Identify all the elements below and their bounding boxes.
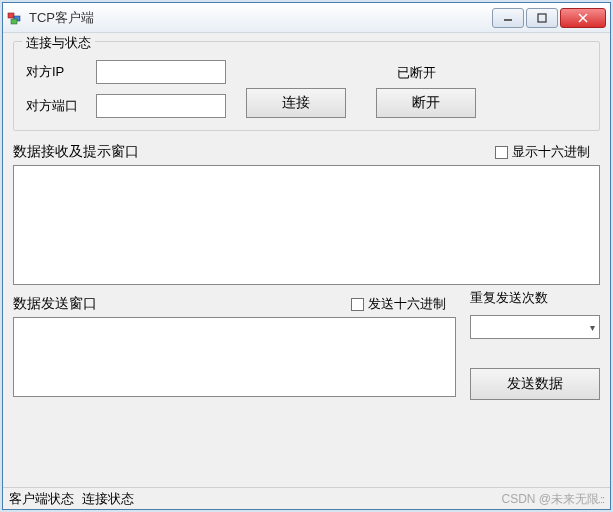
svg-rect-0 <box>8 13 14 18</box>
repeat-send-label: 重复发送次数 <box>470 289 600 307</box>
send-header: 数据发送窗口 发送十六进制 <box>13 295 456 313</box>
titlebar: TCP客户端 <box>3 3 610 33</box>
ip-label: 对方IP <box>26 63 86 81</box>
checkbox-icon <box>351 298 364 311</box>
window-buttons <box>492 8 606 28</box>
close-button[interactable] <box>560 8 606 28</box>
connection-groupbox: 连接与状态 对方IP 对方端口 已断开 连接 断开 <box>13 41 600 131</box>
status-connection: 连接状态 <box>82 490 134 508</box>
statusbar: 客户端状态 连接状态 .:: <box>3 487 610 509</box>
show-hex-label: 显示十六进制 <box>512 143 590 161</box>
connect-button[interactable]: 连接 <box>246 88 346 118</box>
app-window: TCP客户端 连接与状态 对方IP <box>2 2 611 510</box>
receive-textarea[interactable] <box>13 165 600 285</box>
chevron-down-icon: ▾ <box>590 322 595 333</box>
send-data-button[interactable]: 发送数据 <box>470 368 600 400</box>
resize-grip-icon[interactable]: .:: <box>598 493 604 505</box>
send-hex-checkbox[interactable]: 发送十六进制 <box>351 295 446 313</box>
minimize-button[interactable] <box>492 8 524 28</box>
checkbox-icon <box>495 146 508 159</box>
client-area: 连接与状态 对方IP 对方端口 已断开 连接 断开 <box>3 33 610 487</box>
connection-group-title: 连接与状态 <box>22 34 95 52</box>
app-icon <box>7 10 23 26</box>
status-client: 客户端状态 <box>9 490 74 508</box>
send-textarea[interactable] <box>13 317 456 397</box>
maximize-button[interactable] <box>526 8 558 28</box>
port-input[interactable] <box>96 94 226 118</box>
disconnect-button[interactable]: 断开 <box>376 88 476 118</box>
svg-rect-4 <box>538 14 546 22</box>
show-hex-checkbox[interactable]: 显示十六进制 <box>495 143 590 161</box>
connection-status: 已断开 <box>246 64 587 82</box>
receive-title: 数据接收及提示窗口 <box>13 143 495 161</box>
port-label: 对方端口 <box>26 97 86 115</box>
ip-input[interactable] <box>96 60 226 84</box>
svg-rect-2 <box>11 19 17 24</box>
window-title: TCP客户端 <box>29 9 492 27</box>
send-hex-label: 发送十六进制 <box>368 295 446 313</box>
send-title: 数据发送窗口 <box>13 295 351 313</box>
receive-header: 数据接收及提示窗口 显示十六进制 <box>13 143 600 161</box>
repeat-count-combobox[interactable]: ▾ <box>470 315 600 339</box>
